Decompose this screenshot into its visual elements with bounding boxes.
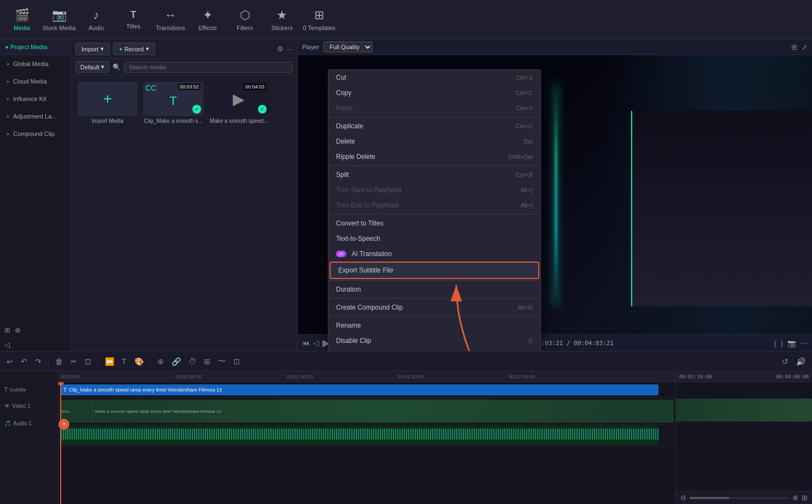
menu-compound-clip[interactable]: Create Compound Clip Alt+G: [328, 300, 540, 315]
menu-copy[interactable]: Copy Ctrl+C: [328, 85, 540, 100]
svg-rect-2: [60, 426, 658, 445]
timeline-home-icon[interactable]: ↩: [4, 356, 15, 367]
menu-text-to-speech[interactable]: Text-to-Speech: [328, 231, 540, 246]
sidebar-item-compound-clip[interactable]: ▸ Compound Clip: [0, 125, 70, 143]
tl-sep1: [48, 357, 49, 366]
text-to-speech-label: Text-to-Speech: [336, 235, 380, 242]
audio1-icon[interactable]: 🎵: [4, 420, 11, 426]
zoom-in-icon[interactable]: ⊕: [792, 494, 798, 502]
ruler-mark-30: 00:00:30:00: [176, 374, 202, 380]
menu-duration[interactable]: Duration: [328, 282, 540, 297]
video1-eye-icon[interactable]: 👁: [4, 403, 10, 409]
timeline-clock-icon[interactable]: ⏱: [186, 356, 198, 367]
timeline-body: T Subtitle 👁 Video 1 🎵 Audio 1 00:00:00 …: [0, 371, 812, 504]
stickers-icon: ★: [276, 8, 287, 22]
timeline-delete-icon[interactable]: 🗑: [53, 356, 65, 367]
search-input[interactable]: [124, 62, 293, 73]
timeline-tracks-header: T Subtitle 👁 Video 1 🎵 Audio 1: [0, 371, 58, 504]
grid-timeline-icon[interactable]: ⊞: [802, 494, 808, 502]
menu-rename[interactable]: Rename: [328, 318, 540, 333]
global-media-arrow-icon: ▸: [7, 61, 10, 67]
ripple-delete-shortcut: Shift+Del: [508, 153, 533, 160]
menu-disable-clip[interactable]: Disable Clip E: [328, 333, 540, 348]
import-button[interactable]: Import ▾: [75, 43, 110, 55]
panel-bottom-icon2[interactable]: ⊕: [15, 326, 21, 334]
timeline-volume-icon[interactable]: 🔊: [794, 356, 808, 367]
more-options-icon[interactable]: ···: [287, 45, 293, 53]
timeline-text-icon[interactable]: T: [120, 356, 129, 367]
menu-convert-titles[interactable]: Convert to Titles: [328, 216, 540, 231]
timeline-transform-icon[interactable]: ⊞: [202, 356, 213, 367]
menu-advanced-edit[interactable]: Advanced Edit: [328, 348, 540, 351]
zoom-out-icon[interactable]: ⊖: [680, 494, 686, 502]
panel-bottom-icon1[interactable]: ⊞: [4, 326, 10, 334]
expand-icon[interactable]: ⤢: [802, 43, 808, 51]
clip2-item[interactable]: ▶ 00:04:03 ✓ Make a smooth speed...: [209, 82, 269, 345]
main-area: ▾ Project Media ▸ Global Media ▸ Cloud M…: [0, 39, 812, 351]
video-clip-strip[interactable]: Mak... Make a smooth speed ramp every ti…: [60, 400, 674, 423]
timeline-adjust-icon[interactable]: ⊡: [231, 356, 242, 367]
timeline-crop-icon[interactable]: ⊡: [83, 356, 93, 367]
timeline-wave-icon[interactable]: 〜: [216, 355, 228, 367]
frame-back-icon[interactable]: ◁: [313, 339, 319, 347]
ai-translation-label: AI Translation: [352, 250, 392, 258]
more-preview-icon[interactable]: ⋯: [801, 339, 808, 347]
sidebar-item-global-media[interactable]: ▸ Global Media: [0, 55, 70, 73]
timeline-cut-icon[interactable]: ✂: [68, 356, 79, 367]
timeline-loop-icon[interactable]: ↺: [780, 356, 791, 367]
import-media-item[interactable]: + Import Media: [78, 82, 138, 345]
quality-select[interactable]: Full Quality: [323, 41, 373, 52]
timeline-speed-icon[interactable]: ⏩: [103, 356, 116, 367]
audio-waveform: [60, 426, 658, 445]
subtitle-clip-icon: T: [63, 387, 67, 393]
video-thumb-icon: ▶: [233, 90, 245, 108]
sidebar-item-influence-kit[interactable]: ▸ Influence Kit: [0, 90, 70, 108]
timeline-color-icon[interactable]: 🎨: [132, 356, 146, 367]
timeline-zoom-in-icon[interactable]: ⊕: [155, 356, 166, 367]
toolbar-transitions[interactable]: ↔ Transitions: [153, 3, 188, 36]
menu-split[interactable]: Split Ctrl+B: [328, 167, 540, 182]
subtitle-clip[interactable]: T Clip_Make a smooth speed ramp every ti…: [60, 384, 658, 395]
filter-icon[interactable]: ⚙: [277, 45, 284, 53]
timeline-ruler[interactable]: 00:00:00 00:00:30:00 00:01:00:00 00:01:3…: [58, 371, 675, 382]
ripple-delete-label: Ripple Delete: [336, 153, 375, 161]
grid-view-icon[interactable]: ⊞: [791, 43, 797, 51]
preview-icons: ⊞ ⤢: [791, 43, 808, 51]
menu-cut[interactable]: Cut Ctrl+X: [328, 70, 540, 85]
media-search-bar: Default ▾ 🔍: [71, 59, 297, 75]
panel-collapse-icon[interactable]: ◁: [4, 341, 10, 349]
menu-ai-translation[interactable]: AI AI Translation: [328, 246, 540, 262]
menu-delete[interactable]: Delete Del: [328, 134, 540, 149]
sidebar-item-cloud-media[interactable]: ▸ Cloud Media: [0, 73, 70, 90]
ai-badge: AI: [336, 251, 346, 257]
record-button[interactable]: ● Record ▾: [113, 43, 155, 55]
menu-ripple-delete[interactable]: Ripple Delete Shift+Del: [328, 149, 540, 164]
neon-light: [555, 83, 557, 306]
rewind-icon[interactable]: ⏮: [302, 339, 310, 347]
timeline-area: ↩ ↶ ↷ 🗑 ✂ ⊡ ⏩ T 🎨 ⊕ 🔗 ⏱ ⊞ 〜 ⊡ ↺ 🔊 T Subt…: [0, 351, 812, 504]
toolbar-filters[interactable]: ⬡ Filters: [227, 3, 262, 36]
toolbar-stickers-label: Stickers: [271, 25, 292, 31]
menu-export-subtitle[interactable]: Export Subtitle File: [329, 262, 539, 279]
sidebar-item-adjustment[interactable]: ▸ Adjustment La...: [0, 108, 70, 125]
menu-duplicate[interactable]: Duplicate Ctrl+D: [328, 118, 540, 134]
folder-button[interactable]: Default ▾: [75, 61, 109, 73]
clip1-item[interactable]: CC T 00:03:52 ✓ Clip_Make a smooth s...: [143, 82, 203, 345]
screenshot-icon[interactable]: 📷: [787, 339, 796, 347]
project-media-header[interactable]: ▾ Project Media: [0, 39, 70, 55]
timeline-undo-icon[interactable]: ↶: [19, 356, 30, 367]
sidebar-item-adjustment-label: Adjustment La...: [13, 113, 57, 120]
toolbar-templates[interactable]: ⊞ 0 Templates: [302, 3, 337, 36]
toolbar-audio[interactable]: ♪ Audio: [79, 3, 114, 36]
toolbar-media[interactable]: 🎬 Media: [4, 3, 39, 36]
cut-label: Cut: [336, 74, 346, 81]
timeline-magnet-icon[interactable]: 🔗: [169, 356, 183, 367]
toolbar-titles[interactable]: T Titles: [116, 3, 151, 36]
toolbar-stock-media[interactable]: 📷 Stock Media: [42, 3, 77, 36]
toolbar-effects[interactable]: ✦ Effects: [190, 3, 225, 36]
toolbar-stickers[interactable]: ★ Stickers: [264, 3, 299, 36]
timeline-redo-icon[interactable]: ↷: [33, 356, 44, 367]
clip1-label: Clip_Make a smooth s...: [143, 118, 203, 124]
stock-media-icon: 📷: [52, 8, 67, 22]
toolbar-filters-label: Filters: [237, 25, 253, 31]
